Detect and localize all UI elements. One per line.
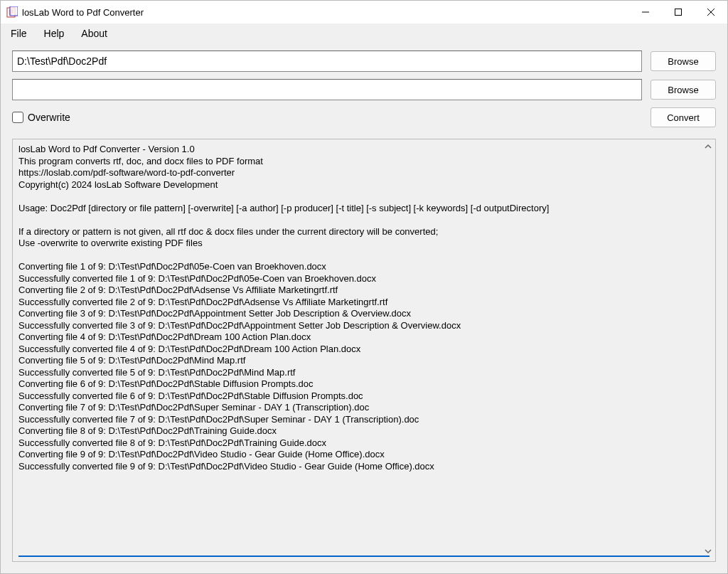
browse-source-button[interactable]: Browse <box>651 51 716 71</box>
svg-rect-2 <box>675 9 682 16</box>
dest-row: Browse <box>12 79 716 100</box>
log-output[interactable]: losLab Word to Pdf Converter - Version 1… <box>18 144 710 554</box>
titlebar-left: losLab Word to Pdf Converter <box>6 6 144 18</box>
overwrite-group: Overwrite <box>12 112 70 123</box>
menu-help[interactable]: Help <box>44 28 65 39</box>
overwrite-checkbox[interactable] <box>12 112 23 123</box>
window-controls <box>629 1 727 23</box>
log-underline <box>18 556 710 557</box>
minimize-button[interactable] <box>629 1 662 23</box>
app-window: losLab Word to Pdf Converter File Help A… <box>0 0 728 574</box>
source-row: Browse <box>12 51 716 72</box>
svg-rect-1 <box>10 6 18 16</box>
overwrite-label: Overwrite <box>28 112 70 123</box>
scroll-down-icon[interactable] <box>702 546 714 557</box>
close-button[interactable] <box>695 1 727 23</box>
titlebar: losLab Word to Pdf Converter <box>1 1 727 23</box>
browse-dest-button[interactable]: Browse <box>651 80 716 100</box>
source-path-input[interactable] <box>12 51 642 72</box>
log-panel: losLab Word to Pdf Converter - Version 1… <box>12 139 716 562</box>
dest-path-input[interactable] <box>12 79 642 100</box>
options-row: Overwrite Convert <box>12 107 716 127</box>
menu-about[interactable]: About <box>81 28 107 39</box>
menu-file[interactable]: File <box>11 28 27 39</box>
menubar: File Help About <box>1 23 727 43</box>
window-title: losLab Word to Pdf Converter <box>22 7 144 18</box>
content-area: Browse Browse Overwrite Convert losLab W… <box>1 43 727 573</box>
maximize-button[interactable] <box>662 1 695 23</box>
scroll-up-icon[interactable] <box>702 141 714 152</box>
convert-button[interactable]: Convert <box>651 107 716 127</box>
app-icon <box>6 6 18 18</box>
